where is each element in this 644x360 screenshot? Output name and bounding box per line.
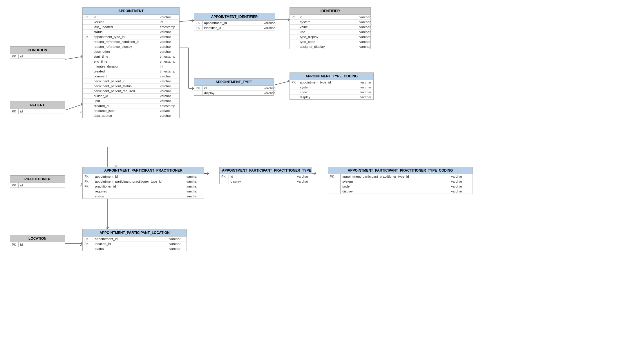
table-appointment-header: APPOINTMENT: [83, 8, 179, 15]
table-app-participant-location-header: APPOINTMENT_PARTICIPANT_LOCATION: [83, 229, 187, 237]
table-row: FKlocation_idvarchar: [83, 241, 187, 246]
table-row: commentvarchar: [83, 74, 179, 79]
table-row: statusvarchar: [83, 246, 187, 251]
table-row: data_sourcevarchar: [83, 113, 179, 118]
table-app-participant-practitioner-header: APPOINTMENT_PARTICIPANT_PRACTITIONER: [83, 167, 204, 174]
table-row: descriptionvarchar: [83, 49, 179, 54]
table-identifier: IDENTIFIER PKidvarchar systemvarchar val…: [290, 7, 371, 49]
table-practitioner: PRACTITIONER PK id varchar: [10, 175, 65, 188]
svg-line-22: [272, 81, 290, 86]
table-app-participant-location: APPOINTMENT_PARTICIPANT_LOCATION FKappoi…: [82, 229, 187, 251]
table-row: codevarchar: [328, 184, 473, 189]
svg-line-35: [207, 172, 209, 173]
table-row: type_displayvarchar: [290, 34, 372, 39]
table-row: statusvarchar: [83, 30, 179, 34]
table-row: last_updatedtimestamp: [83, 25, 179, 30]
table-row: end_timetimestamp: [83, 59, 179, 64]
table-row: PKidvarchar: [194, 86, 276, 91]
table-condition-header: CONDITION: [10, 47, 65, 54]
table-appointment-identifier-header: APPOINTMENT_IDENTIFIER: [194, 13, 275, 21]
table-row: participant_patient_statusvarchar: [83, 84, 179, 89]
table-row: displayvarchar: [290, 95, 373, 100]
table-row: reason_reference_displayvarchar: [83, 44, 179, 49]
table-appointment-type-header: APPOINTMENT_TYPE: [194, 79, 273, 86]
table-practitioner-header: PRACTITIONER: [10, 176, 65, 183]
table-patient: PATIENT PK id varchar: [10, 101, 65, 114]
table-row: FKappointment_idvarchar: [83, 174, 204, 179]
table-identifier-header: IDENTIFIER: [290, 8, 370, 15]
svg-line-40: [314, 173, 316, 175]
table-appointment-type: APPOINTMENT_TYPE PKidvarchar displayvarc…: [194, 78, 274, 96]
svg-line-36: [207, 173, 209, 175]
table-app-participant-practitioner-type-coding-header: APPOINTMENT_PARTICIPANT_PRACTITIONER_TYP…: [328, 167, 473, 174]
table-row: resource_jsonvariant: [83, 108, 179, 113]
table-row: statusvarchar: [83, 194, 204, 199]
svg-line-8: [178, 20, 194, 22]
table-row: created_attimestamp: [83, 103, 179, 108]
table-row: FKappointment_participant_practitioner_t…: [83, 179, 204, 184]
table-row: participant_patient_idvarchar: [83, 79, 179, 84]
svg-line-39: [314, 172, 316, 173]
table-row: PKidvarchar: [290, 15, 372, 20]
table-app-participant-practitioner-type-header: APPOINTMENT_PARTICIPANT_PRACTITIONER_TYP…: [220, 167, 312, 174]
table-row: PK id varchar: [10, 183, 93, 188]
table-row: PK id varchar: [10, 109, 93, 114]
table-location: LOCATION PK id varchar: [10, 235, 65, 247]
table-row: displayvarchar: [194, 91, 276, 96]
table-row: PKidvarchar: [83, 15, 179, 20]
table-row: versionint: [83, 20, 179, 25]
table-row: builder_idvarchar: [83, 94, 179, 99]
table-row: type_codevarchar: [290, 39, 372, 44]
table-row: assigner_displayvarchar: [290, 44, 372, 49]
table-row: reason_reference_condition_idvarchar: [83, 39, 179, 44]
table-row: minutes_durationint: [83, 64, 179, 69]
table-appointment-identifier: APPOINTMENT_IDENTIFIER FKappointment_idv…: [194, 13, 275, 30]
table-appointment: APPOINTMENT PKidvarchar versionint last_…: [82, 7, 180, 118]
table-row: FKpractitioner_idvarchar: [83, 184, 204, 189]
table-appointment-type-coding: APPOINTMENT_TYPE_CODING PKappointment_ty…: [290, 72, 374, 100]
table-row: upidvarchar: [83, 99, 179, 103]
table-row: displayvarchar: [220, 179, 312, 184]
table-row: createdtimestamp: [83, 69, 179, 74]
table-row: systemvarchar: [328, 179, 473, 184]
table-row: systemvarchar: [290, 20, 372, 25]
table-row: requiredvarchar: [83, 189, 204, 194]
table-row: PKidvarchar: [220, 174, 312, 179]
table-row: PK id varchar: [10, 242, 93, 247]
table-row: displayvarchar: [328, 189, 473, 194]
table-row: systemvarchar: [290, 85, 373, 90]
table-row: FKappointment_idvarchar: [194, 21, 276, 26]
table-row: FKidentifier_idvarchar: [194, 26, 276, 30]
table-app-participant-practitioner-type-coding: APPOINTMENT_PARTICIPANT_PRACTITIONER_TYP…: [328, 167, 473, 194]
table-row: PK id varchar: [10, 54, 93, 59]
table-app-participant-practitioner-type: APPOINTMENT_PARTICIPANT_PRACTITIONER_TYP…: [219, 167, 312, 184]
table-row: FKappointment_type_idvarchar: [83, 34, 179, 39]
table-app-participant-practitioner: APPOINTMENT_PARTICIPANT_PRACTITIONER FKa…: [82, 167, 204, 199]
table-row: usevarchar: [290, 30, 372, 34]
table-row: start_timetimestamp: [83, 54, 179, 59]
table-row: valuevarchar: [290, 25, 372, 30]
table-row: participant_patient_requiredvarchar: [83, 89, 179, 94]
table-row: codevarchar: [290, 90, 373, 95]
table-row: FKappointment_idvarchar: [83, 237, 187, 241]
table-location-header: LOCATION: [10, 235, 65, 242]
table-appointment-type-coding-header: APPOINTMENT_TYPE_CODING: [290, 73, 373, 80]
table-condition: CONDITION PK id varchar: [10, 46, 65, 59]
table-patient-header: PATIENT: [10, 102, 65, 109]
table-row: PKappointment_type_idvarchar: [290, 80, 373, 85]
diagram-canvas: CONDITION PK id varchar PATIENT PK id va…: [0, 0, 644, 360]
table-row: PKappointment_participant_practitioner_t…: [328, 174, 473, 179]
